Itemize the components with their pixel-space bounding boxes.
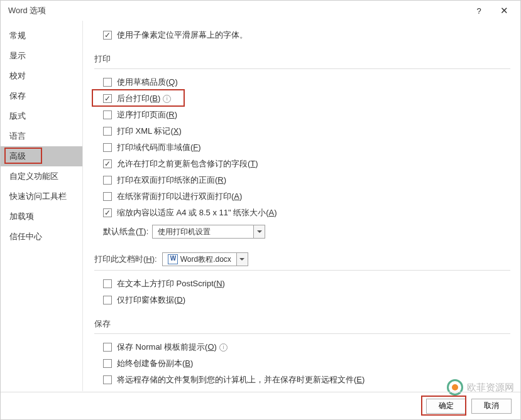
sidebar-item-addins[interactable]: 加载项 [1,207,82,227]
sidebar-item-display[interactable]: 显示 [1,46,82,66]
close-button[interactable]: ✕ [491,2,517,19]
option-draft-quality: 使用草稿品质(Q) [94,74,510,90]
option-subpixel: 使用子像素定位平滑屏幕上的字体。 [94,27,510,43]
footer: 确定 取消 [1,392,520,419]
checkbox[interactable] [103,159,112,168]
section-save: 保存 [94,315,510,334]
chevron-down-icon[interactable] [253,225,265,238]
checkbox[interactable] [103,359,112,368]
sidebar-item-advanced[interactable]: 高级 [1,146,82,166]
sidebar-item-layout[interactable]: 版式 [1,106,82,126]
option-backup-copy: 始终创建备份副本(B) [94,355,510,372]
checkbox[interactable] [103,343,112,352]
option-duplex-back: 在纸张背面打印以进行双面打印(A) [94,188,510,205]
checkbox[interactable] [103,94,112,103]
option-duplex-front: 打印在双面打印纸张的正面(R) [94,172,510,188]
word-options-dialog: Word 选项 ? ✕ 常规 显示 校对 保存 版式 语言 高级 自定义功能区 … [0,0,521,420]
option-reverse-print: 逆序打印页面(R) [94,107,510,123]
sidebar: 常规 显示 校对 保存 版式 语言 高级 自定义功能区 快速访问工具栏 加载项 … [1,21,83,391]
sidebar-item-save[interactable]: 保存 [1,86,82,106]
sidebar-item-qat[interactable]: 快速访问工具栏 [1,186,82,207]
chevron-down-icon[interactable] [236,253,248,266]
section-print: 打印 [94,50,510,69]
option-prompt-normal: 保存 Normal 模板前提示(O) i [94,339,510,355]
checkbox[interactable] [103,192,112,201]
default-tray-label: 默认纸盒(T): [103,226,148,237]
section-print-this-doc: 打印此文档时(H): Word教程.docx [94,249,510,271]
checkbox[interactable] [103,375,112,384]
help-button[interactable]: ? [466,2,491,19]
sidebar-item-trust[interactable]: 信任中心 [1,227,82,247]
checkbox-subpixel[interactable] [103,31,112,40]
cancel-button[interactable]: 取消 [471,399,512,414]
checkbox[interactable] [103,110,112,119]
word-doc-icon [168,254,178,264]
window-title: Word 选项 [8,5,466,16]
sidebar-item-proofing[interactable]: 校对 [1,66,82,86]
print-doc-combo[interactable]: Word教程.docx [162,252,248,266]
checkbox[interactable] [103,143,112,152]
option-print-xml: 打印 XML 标记(X) [94,123,510,139]
default-tray-combo[interactable]: 使用打印机设置 [152,225,265,239]
option-print-field-codes: 打印域代码而非域值(F) [94,139,510,156]
sidebar-item-customize-ribbon[interactable]: 自定义功能区 [1,166,82,186]
titlebar: Word 选项 ? ✕ [1,1,520,21]
checkbox[interactable] [103,127,112,136]
option-postscript: 在文本上方打印 PostScript(N) [94,276,510,292]
sidebar-item-language[interactable]: 语言 [1,126,82,146]
option-scale-a4: 缩放内容以适应 A4 或 8.5 x 11" 纸张大小(A) [94,205,510,221]
checkbox[interactable] [103,279,112,288]
option-background-print: 后台打印(B) i [94,90,510,107]
sidebar-item-general[interactable]: 常规 [1,26,82,46]
info-icon[interactable]: i [163,95,171,103]
default-tray-row: 默认纸盒(T): 使用打印机设置 [94,221,510,242]
info-icon[interactable]: i [219,343,228,352]
option-update-fields: 允许在打印之前更新包含修订的字段(T) [94,156,510,172]
option-copy-remote: 将远程存储的文件复制到您的计算机上，并在保存时更新远程文件(E) [94,372,510,388]
dialog-body: 常规 显示 校对 保存 版式 语言 高级 自定义功能区 快速访问工具栏 加载项 … [1,21,520,391]
checkbox[interactable] [103,78,112,87]
ok-button[interactable]: 确定 [426,399,466,414]
content-pane[interactable]: 使用子像素定位平滑屏幕上的字体。 打印 使用草稿品质(Q) 后台打印(B) i … [83,21,520,391]
option-form-data: 仅打印窗体数据(D) [94,292,510,308]
option-allow-bg-save: 允许后台保存(A) [94,388,510,391]
checkbox[interactable] [103,176,112,185]
checkbox[interactable] [103,208,112,217]
checkbox[interactable] [103,296,112,304]
